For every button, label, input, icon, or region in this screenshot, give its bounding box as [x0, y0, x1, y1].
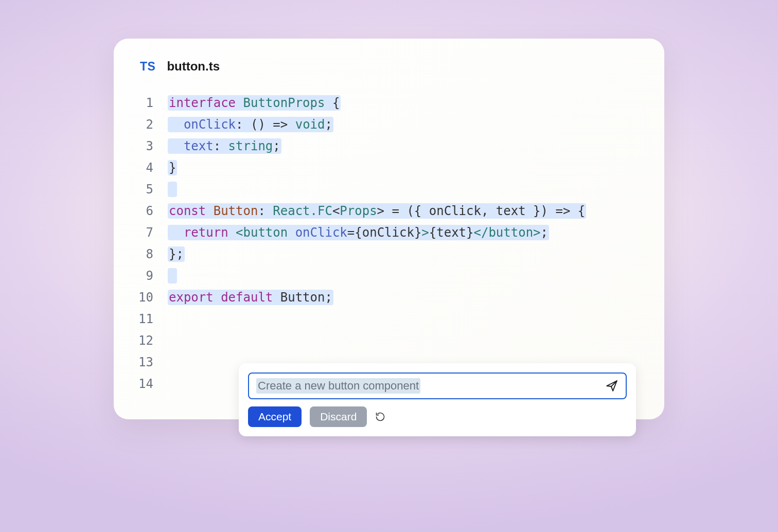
line-number: 1 [137, 92, 168, 114]
code-line: 3 text: string; [137, 135, 641, 157]
code-line: 7 return <button onClick={onClick}>{text… [137, 222, 641, 243]
code-line: 12 [137, 330, 641, 351]
language-badge: TS [140, 60, 155, 74]
regenerate-button[interactable] [375, 412, 385, 422]
line-number: 10 [137, 287, 168, 308]
code-line: 9 [137, 265, 641, 287]
prompt-input[interactable] [256, 379, 600, 393]
line-number: 2 [137, 114, 168, 135]
prompt-input-container: Create a new button component [248, 373, 627, 399]
line-number: 3 [137, 135, 168, 157]
line-number: 4 [137, 157, 168, 179]
line-number: 14 [137, 373, 168, 395]
line-number: 9 [137, 265, 168, 287]
line-number: 6 [137, 200, 168, 222]
line-number: 11 [137, 308, 168, 330]
line-number: 12 [137, 330, 168, 351]
line-number: 7 [137, 222, 168, 243]
line-number: 5 [137, 179, 168, 200]
code-line: 6 const Button: React.FC<Props> = ({ onC… [137, 200, 641, 222]
accept-button[interactable]: Accept [248, 406, 302, 427]
code-line: 8 }; [137, 243, 641, 265]
discard-button[interactable]: Discard [310, 406, 367, 427]
code-line: 11 [137, 308, 641, 330]
code-line: 10 export default Button; [137, 287, 641, 308]
refresh-icon [375, 412, 385, 422]
file-header: TS button.ts [137, 59, 641, 74]
send-icon [605, 379, 618, 393]
code-line: 5 [137, 179, 641, 200]
code-line: 4 } [137, 157, 641, 179]
editor-card: TS button.ts 1 interface ButtonProps { 2… [114, 39, 664, 419]
send-button[interactable] [605, 379, 618, 393]
ai-prompt-panel: Create a new button component Accept Dis… [239, 363, 636, 436]
code-line: 1 interface ButtonProps { [137, 92, 641, 114]
line-number: 8 [137, 243, 168, 265]
line-number: 13 [137, 351, 168, 373]
prompt-actions: Accept Discard [248, 406, 627, 427]
code-editor[interactable]: 1 interface ButtonProps { 2 onClick: () … [137, 92, 641, 395]
code-line: 2 onClick: () => void; [137, 114, 641, 135]
file-name: button.ts [167, 59, 220, 74]
